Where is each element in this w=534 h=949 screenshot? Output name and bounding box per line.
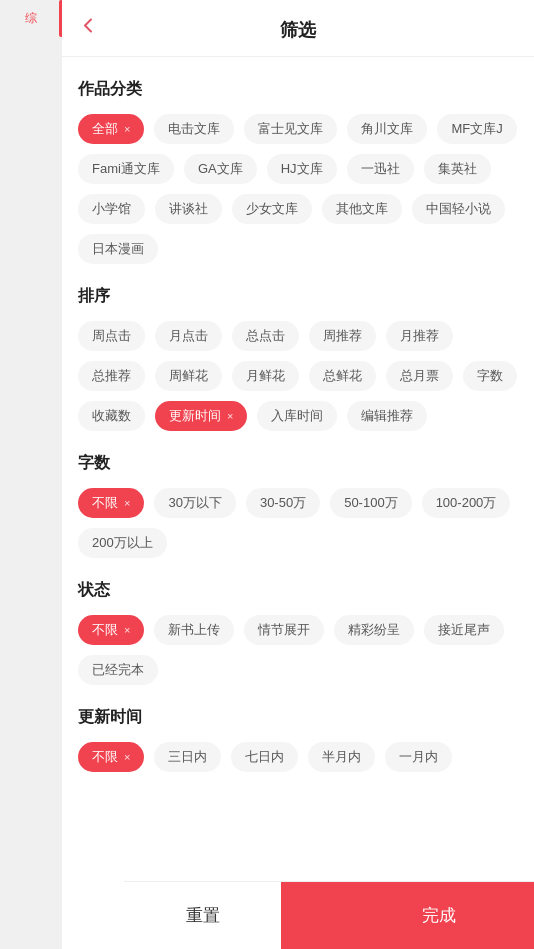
tag-close-icon[interactable]: × <box>124 123 130 135</box>
wordcount-section: 字数 不限×30万以下30-50万50-100万100-200万200万以上 <box>78 453 518 558</box>
tag-item[interactable]: 中国轻小说 <box>412 194 505 224</box>
tag-item[interactable]: 三日内 <box>154 742 221 772</box>
tag-item[interactable]: 月推荐 <box>386 321 453 351</box>
tag-close-icon[interactable]: × <box>124 624 130 636</box>
content-area: 作品分类 全部×电击文库富士见文库角川文库MF文库JFami通文库GA文库HJ文… <box>62 57 534 949</box>
tag-item[interactable]: MF文库J <box>437 114 516 144</box>
updatetime-section: 更新时间 不限×三日内七日内半月内一月内 <box>78 707 518 772</box>
tag-close-icon[interactable]: × <box>227 410 233 422</box>
updatetime-tags: 不限×三日内七日内半月内一月内 <box>78 742 518 772</box>
tag-item[interactable]: GA文库 <box>184 154 257 184</box>
tag-item[interactable]: 集英社 <box>424 154 491 184</box>
tag-item[interactable]: 总月票 <box>386 361 453 391</box>
tag-item[interactable]: 100-200万 <box>422 488 511 518</box>
tag-item[interactable]: 更新时间× <box>155 401 247 431</box>
tag-item[interactable]: 情节展开 <box>244 615 324 645</box>
status-tags: 不限×新书上传情节展开精彩纷呈接近尾声已经完本 <box>78 615 518 685</box>
tag-item[interactable]: 总推荐 <box>78 361 145 391</box>
tag-item[interactable]: 周推荐 <box>309 321 376 351</box>
header-title: 筛选 <box>280 18 316 42</box>
sidebar: 综 <box>0 0 62 949</box>
tag-item[interactable]: 字数 <box>463 361 517 391</box>
tag-item[interactable]: 电击文库 <box>154 114 234 144</box>
bottom-bar: 重置 完成 <box>124 881 534 949</box>
tag-item[interactable]: 日本漫画 <box>78 234 158 264</box>
sort-title: 排序 <box>78 286 518 307</box>
sort-section: 排序 周点击月点击总点击周推荐月推荐总推荐周鲜花月鲜花总鲜花总月票字数收藏数更新… <box>78 286 518 431</box>
status-title: 状态 <box>78 580 518 601</box>
tag-item[interactable]: 少女文库 <box>232 194 312 224</box>
tag-item[interactable]: Fami通文库 <box>78 154 174 184</box>
sort-tags: 周点击月点击总点击周推荐月推荐总推荐周鲜花月鲜花总鲜花总月票字数收藏数更新时间×… <box>78 321 518 431</box>
category-section: 作品分类 全部×电击文库富士见文库角川文库MF文库JFami通文库GA文库HJ文… <box>78 79 518 264</box>
category-tags: 全部×电击文库富士见文库角川文库MF文库JFami通文库GA文库HJ文库一迅社集… <box>78 114 518 264</box>
category-title: 作品分类 <box>78 79 518 100</box>
tag-item[interactable]: 其他文库 <box>322 194 402 224</box>
tag-item[interactable]: 接近尾声 <box>424 615 504 645</box>
tag-item[interactable]: 精彩纷呈 <box>334 615 414 645</box>
updatetime-title: 更新时间 <box>78 707 518 728</box>
tag-item[interactable]: 不限× <box>78 615 144 645</box>
tag-item[interactable]: 入库时间 <box>257 401 337 431</box>
tag-item[interactable]: 富士见文库 <box>244 114 337 144</box>
tag-item[interactable]: 不限× <box>78 488 144 518</box>
tag-item[interactable]: 一月内 <box>385 742 452 772</box>
tag-item[interactable]: 讲谈社 <box>155 194 222 224</box>
tag-item[interactable]: 收藏数 <box>78 401 145 431</box>
tag-item[interactable]: 总鲜花 <box>309 361 376 391</box>
tag-item[interactable]: 200万以上 <box>78 528 167 558</box>
tag-item[interactable]: 已经完本 <box>78 655 158 685</box>
tag-close-icon[interactable]: × <box>124 497 130 509</box>
tag-item[interactable]: 七日内 <box>231 742 298 772</box>
back-button[interactable] <box>78 16 98 41</box>
tag-item[interactable]: 50-100万 <box>330 488 411 518</box>
wordcount-title: 字数 <box>78 453 518 474</box>
tag-item[interactable]: 30-50万 <box>246 488 320 518</box>
status-section: 状态 不限×新书上传情节展开精彩纷呈接近尾声已经完本 <box>78 580 518 685</box>
confirm-button[interactable]: 完成 <box>281 882 534 949</box>
sidebar-tab-zong[interactable]: 综 <box>0 0 62 37</box>
tag-item[interactable]: 一迅社 <box>347 154 414 184</box>
tag-item[interactable]: HJ文库 <box>267 154 337 184</box>
wordcount-tags: 不限×30万以下30-50万50-100万100-200万200万以上 <box>78 488 518 558</box>
tag-item[interactable]: 全部× <box>78 114 144 144</box>
reset-button[interactable]: 重置 <box>124 882 281 949</box>
tag-item[interactable]: 半月内 <box>308 742 375 772</box>
tag-item[interactable]: 周点击 <box>78 321 145 351</box>
tag-item[interactable]: 不限× <box>78 742 144 772</box>
tag-close-icon[interactable]: × <box>124 751 130 763</box>
tag-item[interactable]: 总点击 <box>232 321 299 351</box>
tag-item[interactable]: 30万以下 <box>154 488 235 518</box>
tag-item[interactable]: 月鲜花 <box>232 361 299 391</box>
tag-item[interactable]: 月点击 <box>155 321 222 351</box>
tag-item[interactable]: 小学馆 <box>78 194 145 224</box>
tag-item[interactable]: 编辑推荐 <box>347 401 427 431</box>
header: 筛选 <box>62 0 534 57</box>
main-panel: 筛选 作品分类 全部×电击文库富士见文库角川文库MF文库JFami通文库GA文库… <box>62 0 534 949</box>
tag-item[interactable]: 周鲜花 <box>155 361 222 391</box>
tag-item[interactable]: 新书上传 <box>154 615 234 645</box>
tag-item[interactable]: 角川文库 <box>347 114 427 144</box>
